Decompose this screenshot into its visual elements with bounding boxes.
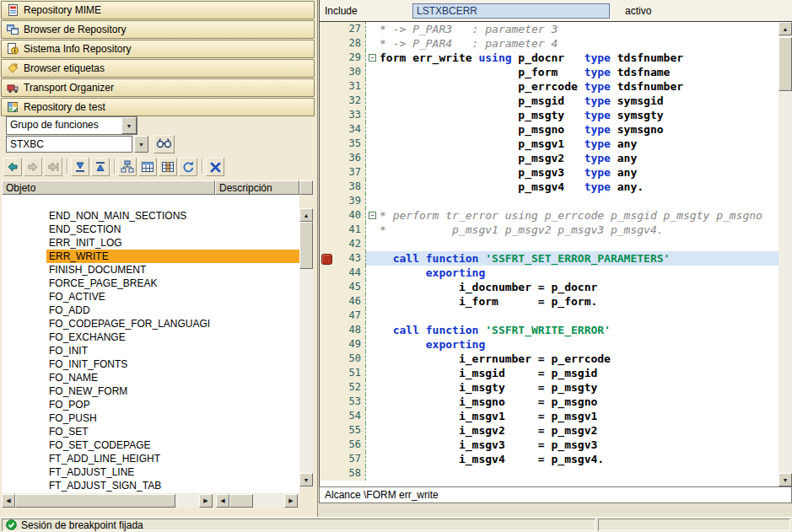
scroll-right-icon[interactable]: ▶: [199, 494, 213, 508]
list-item[interactable]: FT_ADJUST_SIGN_TAB: [46, 479, 299, 492]
nav-button-repository-mime[interactable]: Repository MIME: [1, 1, 315, 19]
object-type-combobox[interactable]: Grupo de funciones ▼: [6, 116, 137, 135]
code-line[interactable]: 53 i_msgno = p_msgno: [320, 395, 779, 409]
scrollbar-thumb[interactable]: [299, 222, 313, 269]
code-line[interactable]: 37 p_msgv3 type any: [320, 165, 779, 180]
code-line[interactable]: 28* -> P_PAR4 : parameter 4: [320, 36, 779, 51]
collapse-icon[interactable]: -: [369, 54, 376, 62]
collapse-icon[interactable]: -: [369, 212, 376, 219]
list-item[interactable]: FINISH_DOCUMENT: [46, 263, 299, 277]
refresh-icon[interactable]: [179, 158, 197, 176]
scrollbar-thumb[interactable]: [779, 37, 792, 91]
list-item[interactable]: FO_NAME: [46, 371, 299, 384]
list-item[interactable]: FO_INIT: [46, 344, 299, 357]
chevron-down-icon[interactable]: ▼: [121, 117, 137, 134]
code-line[interactable]: 50 i_errnumber = p_errcode: [320, 352, 779, 366]
code-line[interactable]: 46 i_form = p_form.: [320, 294, 779, 309]
column-header-descripcion[interactable]: Descripción: [215, 180, 299, 195]
code-line[interactable]: 56 i_msgv3 = p_msgv3: [320, 438, 779, 452]
list-item[interactable]: FORCE_PAGE_BREAK: [46, 277, 299, 290]
code-line[interactable]: 54 i_msgv1 = p_msgv1: [320, 409, 779, 423]
nav-button-sistema-info-repository[interactable]: Sistema Info Repository: [1, 40, 315, 58]
nav-button-browser-de-repository[interactable]: Browser de Repository: [1, 20, 315, 39]
scroll-up-icon[interactable]: ▲: [299, 208, 313, 222]
scroll-right-icon[interactable]: ▶: [284, 494, 298, 508]
code-line[interactable]: 43 call function 'SSFRT_SET_ERROR_PARAME…: [320, 251, 779, 266]
code-line[interactable]: 36 p_msgv2 type any: [320, 151, 779, 165]
code-line[interactable]: 32 p_msgid type symsgid: [320, 94, 779, 108]
sort-up-icon[interactable]: [91, 158, 110, 176]
code-line[interactable]: 48 call function 'SSFRT_WRITE_ERROR': [320, 323, 779, 337]
list-item[interactable]: ERR_INIT_LOG: [46, 236, 299, 250]
list-item[interactable]: FO_EXCHANGE: [46, 330, 299, 344]
scroll-down-icon[interactable]: ▼: [779, 473, 792, 486]
code-line[interactable]: 35 p_msgv1 type any: [320, 137, 779, 151]
code-line[interactable]: 42: [320, 237, 779, 251]
code-line[interactable]: 57 i_msgv4 = p_msgv4.: [320, 452, 779, 466]
code-line[interactable]: 52 i_msgty = p_msgty: [320, 380, 779, 395]
objeto-column-hscrollbar[interactable]: ◀ ▶: [2, 494, 213, 508]
object-name-input[interactable]: [6, 136, 132, 153]
list-item[interactable]: FO_CODEPAGE_FOR_LANGUAGI: [46, 317, 299, 330]
list-item[interactable]: FT_ADD_LINE_HEIGHT: [46, 452, 299, 465]
scrollbar-thumb[interactable]: [229, 494, 253, 508]
editor-vertical-scrollbar[interactable]: ▲ ▼: [779, 22, 792, 486]
nav-button-label: Transport Organizer: [24, 82, 114, 94]
code-line[interactable]: 34 p_msgno type symsgno: [320, 122, 779, 137]
scroll-down-icon[interactable]: ▼: [299, 473, 313, 486]
scrollbar-track[interactable]: [15, 494, 199, 508]
list-item[interactable]: FO_POP: [46, 398, 299, 411]
scroll-up-icon[interactable]: ▲: [779, 22, 792, 35]
code-line[interactable]: 38 p_msgv4 type any.: [320, 180, 779, 194]
code-line[interactable]: 45 i_docnumber = p_docnr: [320, 280, 779, 294]
list-item[interactable]: END_NON_MAIN_SECTIONS: [46, 209, 299, 223]
code-line[interactable]: 29-form err_write using p_docnr type tds…: [320, 51, 779, 65]
scroll-left-icon[interactable]: ◀: [216, 494, 229, 508]
hierarchy-icon[interactable]: [118, 158, 137, 176]
descripcion-column-hscrollbar[interactable]: ◀ ▶: [216, 494, 298, 508]
back-icon[interactable]: [3, 158, 22, 176]
include-name-field[interactable]: [412, 3, 610, 19]
column-header-objeto[interactable]: Objeto: [2, 180, 215, 195]
scrollbar-track[interactable]: [779, 35, 792, 473]
code-line[interactable]: 49 exporting: [320, 337, 779, 352]
list-item[interactable]: ERR_WRITE: [46, 250, 299, 263]
code-line[interactable]: 55 i_msgv2 = p_msgv2: [320, 423, 779, 438]
scrollbar-track[interactable]: [299, 222, 313, 473]
code-line[interactable]: 58: [320, 466, 779, 481]
list-item[interactable]: FO_SET_CODEPAGE: [46, 438, 299, 452]
filter-down-icon[interactable]: [71, 158, 89, 176]
display-object-button[interactable]: [154, 135, 175, 153]
code-line[interactable]: 30 p_form type tdsfname: [320, 65, 779, 79]
list-item[interactable]: FO_INIT_FONTS: [46, 357, 299, 371]
scrollbar-track[interactable]: [229, 494, 284, 508]
code-line[interactable]: 47: [320, 309, 779, 323]
breakpoint-icon[interactable]: [321, 254, 332, 265]
list-item[interactable]: END_SECTION: [46, 223, 299, 236]
abap-code-editor[interactable]: 27* -> P_PAR3 : parameter 328* -> P_PAR4…: [320, 22, 779, 486]
code-line[interactable]: 40-* perform tr_error using p_errcode p_…: [320, 208, 779, 223]
code-line[interactable]: 44 exporting: [320, 266, 779, 280]
list-item[interactable]: FO_PUSH: [46, 411, 299, 425]
list-item[interactable]: FO_NEW_FORM: [46, 384, 299, 398]
code-line[interactable]: 27* -> P_PAR3 : parameter 3: [320, 22, 779, 36]
nav-button-browser-etiquetas[interactable]: Browser etiquetas: [1, 59, 315, 78]
code-line[interactable]: 41* p_msgv1 p_msgv2 p_msgv3 p_msgv4.: [320, 223, 779, 237]
code-line[interactable]: 33 p_msgty type symsgty: [320, 108, 779, 122]
select-columns-icon[interactable]: [159, 158, 177, 176]
list-item[interactable]: FO_ACTIVE: [46, 290, 299, 304]
close-x-icon[interactable]: [206, 158, 224, 176]
scroll-left-icon[interactable]: ◀: [2, 494, 15, 508]
list-item[interactable]: FO_ADD: [46, 304, 299, 317]
nav-button-transport-organizer[interactable]: Transport Organizer: [1, 78, 315, 97]
list-item[interactable]: FO_SET: [46, 425, 299, 438]
object-list-vertical-scrollbar[interactable]: ▲ ▼: [299, 208, 313, 486]
list-item[interactable]: FT_ADJUST_LINE: [46, 465, 299, 479]
code-line[interactable]: 39: [320, 194, 779, 208]
scrollbar-thumb[interactable]: [15, 494, 175, 508]
table-settings-icon[interactable]: [138, 158, 157, 176]
code-line[interactable]: 51 i_msgid = p_msgid: [320, 366, 779, 380]
code-line[interactable]: 31 p_errcode type tdsfnumber: [320, 79, 779, 94]
input-history-dropdown-button[interactable]: ▼: [134, 136, 148, 153]
nav-button-repository-de-test[interactable]: Repository de test: [1, 98, 315, 116]
